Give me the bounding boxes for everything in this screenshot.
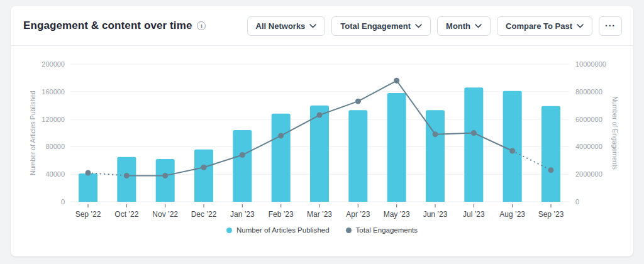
svg-text:Sep ’22: Sep ’22: [75, 210, 101, 219]
svg-text:Jul ’23: Jul ’23: [463, 210, 485, 219]
svg-text:Jun ’23: Jun ’23: [423, 210, 448, 219]
period-dropdown[interactable]: Month: [437, 16, 491, 36]
bar-Jun ’23: [426, 110, 445, 202]
legend-item-articles[interactable]: Number of Articles Published: [226, 226, 330, 234]
page-background: Engagement & content over time i All Net…: [0, 0, 644, 264]
bar-Apr ’23: [348, 110, 367, 202]
svg-text:2000000: 2000000: [575, 170, 602, 178]
svg-text:6000000: 6000000: [575, 116, 602, 123]
legend-dot-articles: [226, 228, 232, 233]
svg-text:Oct ’22: Oct ’22: [114, 210, 138, 219]
line-point-Oct ’22: [124, 173, 130, 179]
dual-axis-chart[interactable]: 0040000200000080000400000012000060000001…: [11, 46, 633, 223]
compare-dropdown[interactable]: Compare To Past: [497, 16, 592, 36]
all-networks-dropdown-label: All Networks: [256, 21, 306, 31]
line-point-Apr ’23: [355, 99, 361, 104]
line-point-Jun ’23: [433, 131, 438, 137]
svg-text:May ’23: May ’23: [384, 210, 410, 219]
svg-text:Jan ’23: Jan ’23: [230, 210, 255, 219]
svg-text:Number of Engagements: Number of Engagements: [611, 96, 619, 170]
bar-Dec ’22: [194, 150, 213, 202]
line-point-Aug ’23: [509, 148, 515, 153]
bar-Jul ’23: [464, 87, 483, 202]
line-point-Mar ’23: [317, 113, 323, 118]
svg-text:Number of Articles Published: Number of Articles Published: [29, 91, 36, 175]
widget-title: Engagement & content over time: [23, 19, 192, 32]
line-point-Sep ’23: [548, 167, 554, 173]
chart-area: 0040000200000080000400000012000060000001…: [11, 46, 633, 234]
legend-item-engagements[interactable]: Total Engagements: [346, 226, 418, 234]
compare-dropdown-label: Compare To Past: [506, 21, 572, 31]
metric-dropdown-label: Total Engagement: [340, 21, 411, 31]
line-point-Feb ’23: [278, 133, 284, 138]
line-point-Jan ’23: [240, 152, 245, 158]
svg-text:Nov ’22: Nov ’22: [152, 210, 178, 219]
line-point-Sep ’22: [86, 170, 91, 176]
all-networks-dropdown[interactable]: All Networks: [247, 16, 326, 36]
svg-text:0: 0: [575, 198, 579, 206]
metric-dropdown[interactable]: Total Engagement: [331, 16, 431, 36]
engagement-widget-card: Engagement & content over time i All Net…: [11, 6, 633, 256]
legend-label-articles: Number of Articles Published: [236, 226, 330, 234]
svg-text:Dec ’22: Dec ’22: [191, 210, 217, 219]
svg-text:40000: 40000: [45, 170, 65, 178]
svg-text:80000: 80000: [45, 143, 65, 150]
more-options-button[interactable]: ···: [599, 16, 622, 36]
svg-text:4000000: 4000000: [575, 143, 602, 150]
svg-text:160000: 160000: [42, 88, 65, 96]
ellipsis-icon: ···: [605, 21, 616, 31]
widget-title-group: Engagement & content over time i: [23, 19, 206, 32]
period-dropdown-label: Month: [446, 21, 470, 31]
line-point-May ’23: [394, 78, 399, 84]
bar-Mar ’23: [310, 106, 329, 202]
bar-Aug ’23: [503, 91, 522, 202]
legend-label-engagements: Total Engagements: [356, 226, 418, 234]
line-point-Nov ’22: [162, 173, 168, 179]
svg-text:Feb ’23: Feb ’23: [269, 210, 294, 219]
bar-May ’23: [387, 93, 406, 202]
filter-controls: All Networks Total Engagement Month Comp…: [247, 16, 622, 36]
legend-dot-engagements: [346, 228, 352, 233]
bar-Jan ’23: [233, 130, 252, 202]
widget-header: Engagement & content over time i All Net…: [11, 6, 633, 46]
chevron-down-icon: [309, 24, 316, 28]
svg-text:Mar ’23: Mar ’23: [307, 210, 332, 219]
line-point-Jul ’23: [471, 130, 477, 136]
bar-Nov ’22: [156, 159, 175, 202]
svg-text:200000: 200000: [42, 60, 65, 68]
bar-Oct ’22: [117, 157, 136, 202]
chevron-down-icon: [415, 24, 422, 28]
bar-Feb ’23: [272, 114, 291, 202]
chevron-down-icon: [577, 24, 584, 28]
svg-text:120000: 120000: [42, 116, 65, 123]
bar-Sep ’23: [541, 106, 560, 202]
svg-text:10000000: 10000000: [575, 60, 606, 68]
svg-text:Sep ’23: Sep ’23: [538, 210, 564, 219]
svg-text:Aug ’23: Aug ’23: [499, 210, 525, 219]
chevron-down-icon: [475, 24, 482, 28]
svg-text:0: 0: [61, 198, 65, 206]
svg-text:8000000: 8000000: [575, 88, 602, 96]
line-point-Dec ’22: [201, 165, 207, 170]
bar-Sep ’22: [79, 173, 97, 202]
chart-legend: Number of Articles Published Total Engag…: [11, 226, 633, 234]
info-icon[interactable]: i: [197, 21, 206, 30]
svg-text:Apr ’23: Apr ’23: [346, 210, 370, 219]
